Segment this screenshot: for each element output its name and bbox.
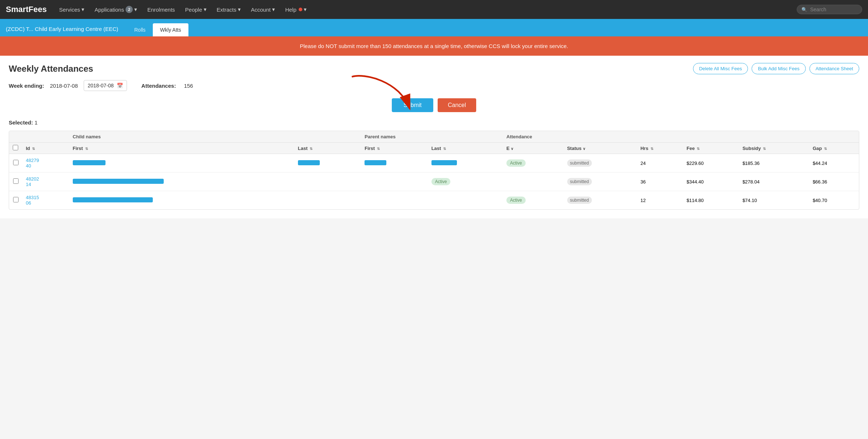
col-id[interactable]: Id ⇅ (22, 143, 69, 154)
search-box[interactable]: 🔍 Search (797, 5, 862, 14)
row-child-first (69, 154, 294, 173)
row-enrollment: Active (503, 154, 564, 173)
nav-extracts[interactable]: Extracts ▾ (212, 0, 246, 19)
col-fee[interactable]: Fee ⇅ (683, 143, 739, 154)
help-notification-dot (299, 8, 302, 11)
attendance-sheet-button[interactable]: Attendance Sheet (809, 63, 859, 74)
row-id[interactable]: 4827940 (22, 154, 69, 173)
row-enrollment (503, 173, 564, 191)
table-group-header-row: Child names Parent names Attendance (9, 131, 859, 143)
date-input[interactable]: 2018-07-08 📅 (84, 80, 127, 91)
row-subsidy: $74.10 (739, 191, 809, 210)
col-enrollment[interactable]: E ∨ (503, 143, 564, 154)
brand-logo[interactable]: SmartFees (6, 5, 47, 14)
nav-account[interactable]: Account ▾ (246, 0, 280, 19)
selected-label: Selected: 1 (9, 119, 859, 126)
row-child-last (294, 191, 361, 210)
tabs-bar: (ZCDC) T... Child Early Learning Centre … (0, 19, 868, 36)
status-badge: submitted (567, 197, 592, 204)
row-child-last (294, 154, 361, 173)
enrollment-badge: Active (506, 159, 526, 167)
group-header-child-names: Child names (69, 131, 361, 143)
col-child-last[interactable]: Last ⇅ (294, 143, 361, 154)
row-checkbox[interactable] (13, 197, 19, 202)
row-subsidy: $185.36 (739, 154, 809, 173)
date-input-value: 2018-07-08 (88, 83, 114, 88)
select-all-checkbox[interactable] (13, 145, 18, 150)
attendances-label: Attendances: (142, 83, 176, 89)
row-checkbox[interactable] (13, 178, 19, 184)
nav-help[interactable]: Help ▾ (280, 0, 312, 19)
service-title: (ZCDC) T... Child Early Learning Centre … (6, 21, 124, 36)
attendances-count: 156 (184, 83, 193, 89)
row-gap: $40.70 (809, 191, 859, 210)
nav-enrolments[interactable]: Enrolments (142, 0, 180, 19)
row-parent-last: Active (428, 173, 503, 191)
action-buttons: Delete All Misc Fees Bulk Add Misc Fees … (693, 63, 859, 74)
sort-icon: ⇅ (763, 147, 766, 151)
blurred-name-bar (365, 160, 386, 165)
sort-icon: ⇅ (443, 147, 446, 151)
brand-fees: Fees (28, 5, 47, 14)
blurred-name-bar (431, 160, 457, 165)
row-id[interactable]: 4820214 (22, 173, 69, 191)
enrollment-badge: Active (431, 178, 451, 185)
applications-badge: 2 (126, 6, 133, 13)
blurred-name-bar (73, 160, 105, 165)
search-icon: 🔍 (801, 7, 807, 12)
row-checkbox[interactable] (13, 160, 19, 165)
col-checkbox (9, 143, 22, 154)
week-row: Week ending: 2018-07-08 2018-07-08 📅 Att… (9, 80, 859, 91)
nav-services[interactable]: Services ▾ (54, 0, 90, 19)
tab-wkly-atts[interactable]: Wkly Atts (153, 23, 188, 36)
sort-icon: ⇅ (32, 147, 35, 151)
week-ending-label: Week ending: (9, 83, 44, 89)
enrollment-badge: Active (506, 197, 526, 204)
page-title: Weekly Attendances (9, 64, 93, 74)
row-id[interactable]: 4831506 (22, 191, 69, 210)
col-hrs[interactable]: Hrs ⇅ (637, 143, 683, 154)
blurred-name-bar (298, 160, 320, 165)
nav-people[interactable]: People ▾ (180, 0, 212, 19)
selected-count: 1 (35, 119, 37, 126)
row-enrollment: Active (503, 191, 564, 210)
col-parent-last[interactable]: Last ⇅ (428, 143, 503, 154)
row-subsidy: $278.04 (739, 173, 809, 191)
table-row: 4820214Activesubmitted36$344.40$278.04$6… (9, 173, 859, 191)
row-gap: $66.36 (809, 173, 859, 191)
chevron-down-icon: ∨ (583, 147, 585, 151)
col-status[interactable]: Status ∨ (564, 143, 637, 154)
chevron-down-icon: ▾ (272, 6, 275, 13)
col-subsidy[interactable]: Subsidy ⇅ (739, 143, 809, 154)
col-parent-first[interactable]: First ⇅ (361, 143, 427, 154)
row-fee: $229.60 (683, 154, 739, 173)
attendance-table: Child names Parent names Attendance Id ⇅… (9, 131, 859, 210)
alert-text: Please do NOT submit more than 150 atten… (300, 43, 568, 49)
row-fee: $114.80 (683, 191, 739, 210)
delete-all-misc-fees-button[interactable]: Delete All Misc Fees (693, 63, 748, 74)
sort-icon: ⇅ (650, 147, 653, 151)
sort-icon: ⇅ (824, 147, 827, 151)
row-child-first (69, 173, 294, 191)
submit-button[interactable]: Submit (392, 98, 433, 112)
row-parent-first (361, 173, 427, 191)
group-header-blank (9, 131, 69, 143)
blurred-name-bar (73, 179, 164, 184)
tab-rolls[interactable]: Rolls (127, 23, 153, 36)
chevron-down-icon: ▾ (134, 6, 137, 13)
section-header: Weekly Attendances Delete All Misc Fees … (9, 56, 859, 80)
bulk-add-misc-fees-button[interactable]: Bulk Add Misc Fees (752, 63, 805, 74)
table-col-header-row: Id ⇅ First ⇅ Last ⇅ First ⇅ Last ⇅ E ∨ S… (9, 143, 859, 154)
main-content: Please do NOT submit more than 150 atten… (0, 36, 868, 218)
cancel-button[interactable]: Cancel (438, 98, 476, 112)
search-placeholder: Search (810, 7, 826, 12)
col-gap[interactable]: Gap ⇅ (809, 143, 859, 154)
row-parent-last (428, 191, 503, 210)
row-hrs: 24 (637, 154, 683, 173)
row-checkbox-cell (9, 191, 22, 210)
row-checkbox-cell (9, 154, 22, 173)
chevron-down-icon: ▾ (238, 6, 241, 13)
group-header-attendance: Attendance (503, 131, 859, 143)
nav-applications[interactable]: Applications 2 ▾ (89, 0, 142, 19)
col-child-first[interactable]: First ⇅ (69, 143, 294, 154)
